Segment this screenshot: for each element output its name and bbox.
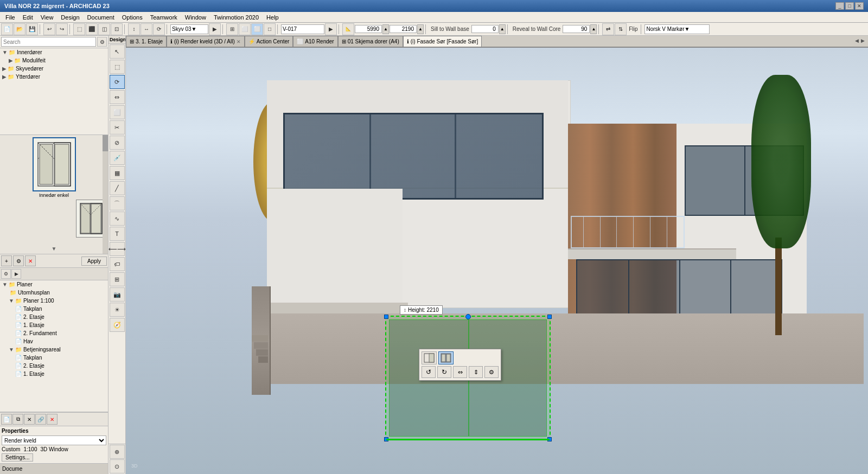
- tree-betjenings[interactable]: ▼ 📁 Betjeningsareal: [0, 345, 108, 354]
- coord2-value[interactable]: 2190: [390, 25, 417, 33]
- tree-item-ytterdorer[interactable]: ▶ 📁 Ytterdører: [0, 73, 108, 81]
- eyedropper-tool[interactable]: 💉: [110, 151, 125, 165]
- snap-btn-1[interactable]: ⊕: [110, 445, 125, 459]
- rotate-tool[interactable]: ⟳: [110, 75, 125, 89]
- view-id-arrow[interactable]: ▶: [325, 23, 337, 35]
- door-thumb-1[interactable]: [33, 137, 76, 191]
- tree-planer100[interactable]: ▼ 📁 Planer 1:100: [0, 297, 108, 305]
- settings-button[interactable]: Settings...: [2, 453, 33, 462]
- corner-handle-tl[interactable]: [384, 315, 388, 319]
- text-tool[interactable]: T: [110, 227, 125, 241]
- delete-door-button[interactable]: ✕: [25, 255, 36, 266]
- preview-scroll-down[interactable]: ▼: [52, 246, 57, 252]
- language-selector[interactable]: Norsk V Markør ▼: [644, 24, 710, 34]
- center-handle-top[interactable]: [465, 314, 471, 319]
- panel-new-btn[interactable]: 📄: [1, 414, 12, 425]
- menu-window[interactable]: Window: [182, 13, 209, 22]
- tb-btn-g[interactable]: ⟳: [153, 23, 165, 35]
- tab-floor-plan[interactable]: ⊞ 3. 1. Etasje: [126, 36, 167, 47]
- sun-tool[interactable]: ☀: [110, 303, 125, 317]
- search-settings-button[interactable]: ⚙: [97, 37, 107, 47]
- tab-facade-sor[interactable]: ℹ (i) Fasade Sør [Fasade Sør]: [403, 36, 482, 47]
- redo-button[interactable]: ↪: [56, 23, 68, 35]
- preview-scrollbar[interactable]: [103, 135, 108, 254]
- minimize-button[interactable]: _: [835, 2, 844, 10]
- offset-tool[interactable]: ⬜: [110, 105, 125, 119]
- param2-value[interactable]: 90: [563, 25, 590, 33]
- coord2-up[interactable]: ▲: [417, 24, 424, 34]
- nav-btn-1[interactable]: ⚙: [1, 269, 11, 279]
- new-button[interactable]: 📄: [1, 23, 13, 35]
- flip-v-button[interactable]: ⇅: [615, 23, 627, 35]
- tree-etasje1b[interactable]: 📄 1. Etasje: [0, 370, 108, 378]
- panel-link-btn[interactable]: 🔗: [35, 414, 46, 425]
- undo-button[interactable]: ↩: [43, 23, 55, 35]
- param1-arrow[interactable]: ▲: [499, 24, 506, 34]
- tree-takplan[interactable]: 📄 Takplan: [0, 305, 108, 313]
- menu-options[interactable]: Options: [119, 13, 146, 22]
- tab-prev[interactable]: ◀: [854, 38, 860, 43]
- door-preview-2[interactable]: [76, 200, 106, 238]
- trim-tool[interactable]: ✂: [110, 120, 125, 134]
- save-button[interactable]: 💾: [26, 23, 38, 35]
- view3d-front[interactable]: □: [264, 23, 276, 35]
- param1-value[interactable]: 0: [471, 25, 499, 33]
- scrollbar-thumb[interactable]: [103, 135, 108, 151]
- tree-hav[interactable]: 📄 Hav: [0, 337, 108, 345]
- view-id-field[interactable]: V-017: [281, 24, 324, 34]
- tab-next[interactable]: ▶: [860, 38, 866, 43]
- menu-view[interactable]: View: [37, 13, 57, 22]
- menu-edit[interactable]: Edit: [20, 13, 36, 22]
- menu-document[interactable]: Document: [84, 13, 118, 22]
- ctx-single-door[interactable]: [422, 351, 437, 364]
- tb-btn-b[interactable]: ⬛: [86, 23, 98, 35]
- apply-button[interactable]: Apply: [81, 257, 107, 266]
- panel-del-btn[interactable]: ✕: [24, 414, 35, 425]
- camera-tool[interactable]: 📷: [110, 287, 125, 302]
- viewport-canvas[interactable]: ↕ Height: 2210: [126, 48, 868, 474]
- panel-dup-btn[interactable]: ⧉: [12, 414, 23, 425]
- tree-takplan2[interactable]: 📄 Takplan: [0, 354, 108, 362]
- line-tool[interactable]: ╱: [110, 181, 125, 195]
- panel-remove-btn[interactable]: ✕: [47, 414, 58, 425]
- tree-etasje2[interactable]: 📄 2. Etasje: [0, 313, 108, 321]
- ctx-settings[interactable]: ⚙: [484, 366, 499, 378]
- tree-fundament[interactable]: 📄 2. Fundament: [0, 329, 108, 337]
- zone-tool[interactable]: ⊞: [110, 272, 125, 286]
- tb-btn-a[interactable]: ⬚: [73, 23, 85, 35]
- view3d-top[interactable]: ⊞: [226, 23, 238, 35]
- open-button[interactable]: 📂: [14, 23, 25, 35]
- menu-teamwork[interactable]: Teamwork: [147, 13, 181, 22]
- marquee-tool[interactable]: ⬚: [110, 60, 125, 74]
- search-input[interactable]: [1, 37, 96, 47]
- tree-item-skyvedorer[interactable]: ▶ 📁 Skyvedører: [0, 65, 108, 73]
- arrow-tool[interactable]: ↖: [110, 44, 125, 59]
- view3d-iso2[interactable]: ⬜: [251, 23, 263, 35]
- menu-twinmotion[interactable]: Twinmotion 2020: [210, 13, 262, 22]
- tb-btn-d[interactable]: ⊡: [111, 23, 123, 35]
- label-tool[interactable]: 🏷: [110, 257, 125, 271]
- ctx-double-door[interactable]: [438, 351, 454, 364]
- dim-tool[interactable]: ⟵⟶: [110, 242, 125, 256]
- tab-door-schedule[interactable]: ⊞ 01 Skjema dorer (A4): [338, 36, 403, 47]
- tree-utomhusplan[interactable]: 📁 Utomhusplan: [0, 289, 108, 297]
- close-button[interactable]: ✕: [855, 2, 864, 10]
- tab-a10-render[interactable]: ⬜ A10 Render: [293, 36, 337, 47]
- view-arrow[interactable]: ▶: [209, 23, 221, 35]
- tab-render-close[interactable]: ✕: [237, 39, 241, 44]
- mirror-tool[interactable]: ⇔: [110, 90, 125, 104]
- menu-file[interactable]: File: [2, 13, 18, 22]
- tree-planer[interactable]: ▼ 📁 Planer: [0, 280, 108, 289]
- tree-item-innerdorer[interactable]: ▼ 📁 Innerdører: [0, 48, 108, 56]
- tree-etasje1[interactable]: 📄 1. Etasje: [0, 321, 108, 329]
- arc-tool[interactable]: ⌒: [110, 196, 125, 210]
- tree-item-modulifeit[interactable]: ▶ 📁 Modulifeit: [0, 56, 108, 65]
- compass-tool[interactable]: 🧭: [110, 318, 125, 332]
- ctx-rotate-right[interactable]: ↻: [437, 366, 451, 378]
- render-select[interactable]: Render kveld: [2, 435, 106, 445]
- tab-render[interactable]: ℹ (i) Render kveld (3D / All) ✕: [167, 36, 245, 47]
- menu-design[interactable]: Design: [58, 13, 82, 22]
- ctx-mirror-h[interactable]: ⇔: [453, 366, 467, 378]
- fill-tool[interactable]: ▦: [110, 166, 125, 180]
- param2-arrow[interactable]: ▲: [590, 24, 597, 34]
